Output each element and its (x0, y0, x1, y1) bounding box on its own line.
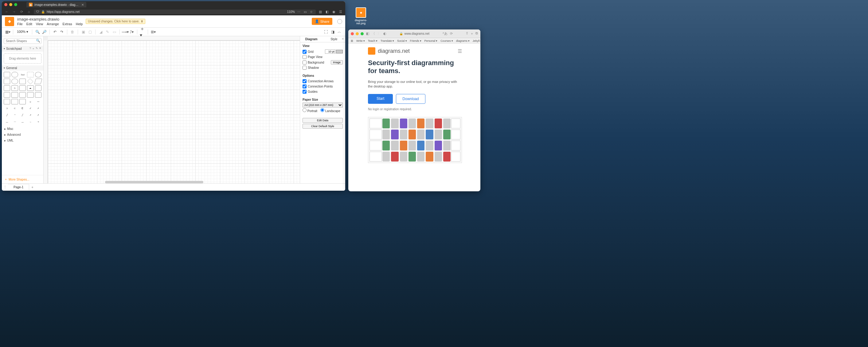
shape-line-dashed-arrow[interactable]: ↗ (35, 113, 41, 118)
panel-close-icon[interactable]: ✕ (342, 37, 344, 40)
horizontal-scrollbar[interactable] (105, 181, 203, 183)
zoom-dropdown[interactable]: 100% ▾ (16, 30, 30, 34)
language-button[interactable] (337, 19, 342, 24)
category-advanced[interactable]: ▸Advanced (2, 132, 43, 137)
bookmark-item[interactable]: Friends ▾ (410, 39, 422, 42)
reader-icon[interactable]: ▭ (303, 10, 307, 13)
sidebar-icon[interactable]: ◧ (366, 32, 369, 36)
shape-text[interactable]: Text (19, 72, 26, 77)
connection-dropdown[interactable]: ⟶▾ (122, 29, 128, 35)
shape-textbox[interactable] (27, 72, 33, 77)
browser-tab[interactable]: ◆ image-examples.drawio - diag… ✕ (26, 2, 86, 7)
shadow-button[interactable]: ▭ (112, 29, 117, 35)
guides-checkbox[interactable] (303, 90, 307, 94)
home-button[interactable]: ⌂ (26, 10, 31, 13)
shape-process[interactable] (19, 78, 26, 84)
shape-diamond[interactable] (27, 78, 33, 85)
page-view-checkbox[interactable] (303, 55, 307, 59)
start-button[interactable]: Start (368, 94, 393, 104)
zoom-out-icon[interactable]: 🔎 (41, 29, 47, 35)
shape-connector1[interactable]: — (4, 119, 10, 125)
desktop-file[interactable]: ◆ diagrams-net.png (353, 7, 369, 25)
document-title[interactable]: image-examples.drawio (17, 17, 83, 22)
minimize-window-button[interactable] (9, 3, 12, 6)
page-zoom[interactable]: 110% (287, 10, 295, 13)
help-icon[interactable]: ? (30, 47, 31, 51)
shape-bidir-arrow[interactable]: ⤢ (27, 106, 33, 111)
shape-or[interactable]: ⊂ (11, 106, 18, 111)
shape-circle[interactable] (11, 78, 18, 84)
portrait-radio[interactable]: Portrait (303, 108, 317, 113)
shape-square[interactable] (4, 78, 10, 84)
search-icon[interactable]: 🔍 (36, 39, 40, 43)
meatball-icon[interactable]: ⋯ (297, 10, 301, 13)
grid-checkbox[interactable] (303, 50, 307, 54)
to-back-button[interactable]: ▢ (87, 29, 93, 35)
new-tab-icon[interactable]: ＋ (470, 31, 474, 36)
background-image-button[interactable]: Image (331, 60, 343, 64)
shape-line-arrow[interactable]: ↗ (27, 113, 33, 118)
shape-cube[interactable] (11, 92, 18, 98)
shape-document[interactable] (35, 85, 41, 91)
shape-connector3[interactable]: — (19, 119, 26, 125)
view-dropdown[interactable]: ▦▾ (5, 29, 10, 35)
close-window-button[interactable] (351, 32, 354, 35)
app-logo[interactable]: ◆ (5, 17, 14, 26)
maximize-window-button[interactable] (14, 3, 17, 6)
translate-icon[interactable]: ᴬあ (443, 31, 447, 36)
privacy-icon[interactable]: ◐ (383, 32, 386, 36)
menu-arrange[interactable]: Arrange (47, 22, 59, 26)
menu-extras[interactable]: Extras (63, 22, 72, 26)
url-bar[interactable]: 🛡 🔒 https://app.diagrams.net 110% ⋯ ▭ ☆ (34, 9, 316, 14)
zoom-in-icon[interactable]: 🔍 (35, 29, 40, 35)
reload-icon[interactable]: ⟳ (450, 32, 453, 36)
shape-connector5[interactable]: ⇢ (35, 119, 41, 125)
shape-step[interactable] (19, 92, 26, 98)
add-page-button[interactable]: ＋ (29, 185, 35, 189)
safari-url-bar[interactable]: 🔒 www.diagrams.net (399, 32, 429, 35)
bookmarks-grid-icon[interactable]: ⊞ (351, 39, 353, 42)
add-icon[interactable]: ＋ (32, 47, 35, 51)
fullscreen-icon[interactable]: ⛶ (323, 29, 329, 35)
delete-button[interactable]: 🗑 (70, 29, 75, 35)
insert-dropdown[interactable]: ＋▾ (140, 29, 145, 35)
paper-size-select[interactable]: A4 (210 mm x 297 mm) (303, 102, 343, 107)
grid-color-swatch[interactable] (336, 50, 343, 54)
shape-line[interactable]: ╱ (4, 113, 10, 118)
back-button[interactable]: 〈 (372, 31, 375, 36)
shape-and[interactable]: ⊃ (4, 106, 10, 111)
sidebar-icon[interactable]: ◧ (325, 10, 329, 14)
edit-icon[interactable]: ✎ (36, 47, 38, 51)
minimize-window-button[interactable] (356, 32, 359, 35)
bookmark-item[interactable]: Teach ▾ (368, 39, 377, 42)
shape-cloud[interactable]: ☁ (27, 85, 33, 91)
shape-triangle[interactable]: ▷ (11, 85, 18, 91)
more-shapes-button[interactable]: ＋ More Shapes... (2, 175, 43, 183)
shape-note[interactable] (4, 99, 10, 104)
hamburger-icon[interactable]: ☰ (458, 48, 462, 54)
landscape-radio[interactable]: Landscape (320, 108, 340, 113)
category-uml[interactable]: ▸UML (2, 137, 43, 144)
tab-diagram[interactable]: Diagram (300, 36, 323, 42)
bookmark-item[interactable]: diagrams ▾ (456, 39, 470, 42)
bookmark-item[interactable]: Social ▾ (397, 39, 407, 42)
shape-arrow[interactable]: ↗ (35, 106, 41, 111)
shape-parallelogram[interactable] (34, 78, 42, 84)
scratchpad-dropzone[interactable]: Drag elements here (4, 54, 41, 64)
page-tab-1[interactable]: Page-1 (8, 184, 29, 190)
forward-button[interactable]: 〉 (377, 31, 381, 36)
shape-internal-storage[interactable] (4, 92, 10, 98)
bookmark-item[interactable]: Jekyll-localhost (473, 39, 480, 42)
shape-connector4[interactable]: → (27, 119, 33, 125)
tabs-icon[interactable]: ⧉ (475, 31, 478, 36)
close-icon[interactable]: ✕ (39, 47, 41, 51)
shape-data-store[interactable]: ⊏ (19, 106, 26, 111)
collapse-icon[interactable]: ︿ (337, 29, 342, 35)
window-titlebar[interactable]: ◆ image-examples.drawio - diag… ✕ ＋ (2, 1, 345, 8)
shape-ellipse[interactable] (35, 72, 41, 77)
canvas[interactable] (48, 40, 300, 183)
scratchpad-header[interactable]: ▾ Scratchpad ? ＋ ✎ ✕ (2, 46, 43, 52)
redo-button[interactable]: ↷ (59, 29, 64, 35)
unsaved-banner[interactable]: Unsaved changes. Click here to save. ⬇ (86, 19, 145, 24)
share-button[interactable]: 👤 Share (312, 18, 332, 25)
